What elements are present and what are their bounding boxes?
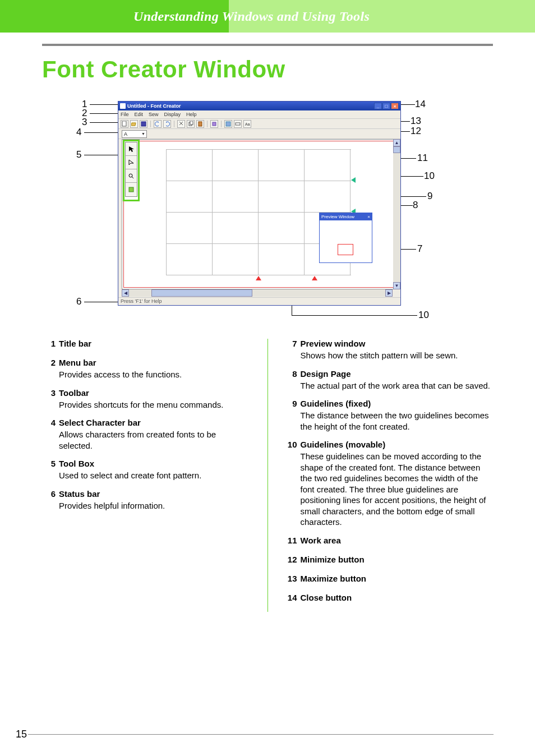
legend-right-column: 7Preview windowShows how the stitch patt…	[284, 339, 494, 612]
preview-window[interactable]: Preview Window ×	[319, 213, 372, 263]
legend-title: Work area	[301, 536, 494, 545]
zoom-tool-icon[interactable]	[126, 169, 137, 183]
scroll-thumb[interactable]	[151, 289, 252, 297]
legend-body: Preview windowShows how the stitch patte…	[301, 339, 494, 361]
menu-sew[interactable]: Sew	[149, 112, 159, 117]
tool-icon[interactable]: Aa	[243, 120, 251, 128]
callout-3: 3	[82, 117, 87, 128]
svg-rect-5	[213, 122, 216, 126]
title-bar-text: Untitled - Font Creator	[127, 103, 374, 109]
legend-body: Title bar	[59, 339, 252, 350]
app-window: Untitled - Font Creator _ □ × File Edit …	[118, 101, 401, 306]
preview-window-title: Preview Window	[321, 214, 354, 219]
title-bar: Untitled - Font Creator _ □ ×	[118, 102, 400, 110]
scroll-thumb[interactable]	[393, 146, 400, 153]
menu-edit[interactable]: Edit	[135, 112, 144, 117]
leader-line	[84, 155, 121, 155]
legend-left-column: 1Title bar2Menu barProvides access to th…	[42, 339, 252, 612]
pointer-tool-icon[interactable]	[126, 142, 137, 156]
legend-number: 4	[42, 418, 56, 451]
callout-9: 9	[427, 191, 432, 202]
grid-line	[166, 275, 351, 275]
tool-icon[interactable]	[234, 120, 242, 128]
toolbar: Aa	[118, 119, 400, 129]
select-tool-icon[interactable]	[126, 156, 137, 169]
legend-description: Shows how the stitch pattern will be sew…	[301, 350, 494, 361]
callout-8: 8	[413, 200, 418, 211]
redo-icon[interactable]	[163, 120, 171, 128]
tool-box	[125, 142, 137, 197]
legend-item: 13Maximize button	[284, 574, 494, 585]
legend-body: Design PageThe actual part of the work a…	[301, 369, 494, 391]
legend-number: 7	[284, 339, 297, 361]
scroll-down-icon[interactable]: ▼	[393, 282, 400, 289]
legend-item: 12Minimize button	[284, 555, 494, 566]
scroll-left-icon[interactable]: ◀	[122, 289, 129, 297]
character-dropdown[interactable]: A	[122, 130, 147, 138]
legend-number: 5	[42, 459, 56, 481]
callout-13: 13	[411, 116, 421, 127]
minimize-button[interactable]: _	[374, 103, 382, 109]
guideline-marker-icon[interactable]	[256, 276, 261, 280]
leader-line	[90, 113, 118, 114]
horizontal-scrollbar[interactable]: ◀ ▶	[122, 289, 393, 297]
select-character-bar: A	[118, 129, 400, 139]
menu-file[interactable]: File	[121, 112, 129, 117]
leader-line	[292, 315, 417, 316]
header-light-block: Understanding Windows and Using Tools	[229, 0, 535, 33]
leader-line	[84, 132, 121, 133]
chapter-header: Understanding Windows and Using Tools	[0, 0, 535, 33]
cut-icon[interactable]	[177, 120, 185, 128]
close-button[interactable]: ×	[391, 103, 399, 109]
legend-title: Select Character bar	[59, 418, 252, 427]
draw-tool-icon[interactable]	[126, 183, 137, 196]
legend-item: 8Design PageThe actual part of the work …	[284, 369, 494, 391]
scroll-right-icon[interactable]: ▶	[385, 289, 393, 297]
legend-item: 4Select Character barAllows characters f…	[42, 418, 252, 451]
preview-close-icon[interactable]: ×	[367, 214, 370, 219]
app-icon	[120, 103, 126, 109]
open-icon[interactable]	[130, 120, 138, 128]
callout-7: 7	[417, 243, 422, 255]
toolbar-separator	[221, 121, 222, 127]
page-footer-line	[28, 734, 494, 735]
scroll-track[interactable]	[129, 289, 385, 297]
legend-description: Used to select and create font pattern.	[59, 470, 252, 481]
legend-number: 10	[284, 440, 297, 528]
horizontal-rule	[42, 44, 493, 46]
tool-icon[interactable]	[210, 120, 218, 128]
callout-12: 12	[411, 126, 421, 137]
guideline-marker-icon[interactable]	[351, 177, 356, 183]
legend-item: 10Guidelines (movable)These guidelines c…	[284, 440, 494, 528]
legend-title: Minimize button	[301, 555, 494, 564]
copy-icon[interactable]	[187, 120, 195, 128]
legend-title: Close button	[301, 593, 494, 602]
legend-body: Status barProvides helpful information.	[59, 489, 252, 511]
menu-help[interactable]: Help	[186, 112, 197, 117]
legend-description: The distance between the two guidelines …	[301, 410, 494, 432]
menu-display[interactable]: Display	[164, 112, 181, 117]
legend-title: Status bar	[59, 489, 252, 499]
save-icon[interactable]	[140, 120, 147, 128]
svg-rect-7	[236, 123, 240, 125]
legend-body: Tool BoxUsed to select and create font p…	[59, 459, 252, 481]
undo-icon[interactable]	[154, 120, 162, 128]
maximize-button[interactable]: □	[382, 103, 390, 109]
vertical-scrollbar[interactable]: ▲ ▼	[393, 139, 400, 289]
callout-14: 14	[415, 99, 426, 110]
legend-body: ToolbarProvides shortcuts for the menu c…	[59, 388, 252, 411]
paste-icon[interactable]	[196, 120, 204, 128]
scroll-up-icon[interactable]: ▲	[393, 139, 400, 146]
guideline-marker-icon[interactable]	[312, 276, 317, 280]
scroll-track[interactable]	[393, 146, 400, 282]
legend-description: Allows characters from created fonts to …	[59, 429, 252, 451]
svg-rect-3	[190, 121, 193, 125]
callout-5: 5	[76, 149, 81, 160]
page-title: Font Creator Window	[42, 56, 493, 83]
legend: 1Title bar2Menu barProvides access to th…	[42, 339, 493, 612]
tool-icon[interactable]	[224, 120, 232, 128]
svg-rect-11	[129, 187, 133, 192]
callout-11: 11	[417, 153, 428, 164]
legend-item: 6Status barProvides helpful information.	[42, 489, 252, 511]
new-icon[interactable]	[121, 120, 128, 128]
